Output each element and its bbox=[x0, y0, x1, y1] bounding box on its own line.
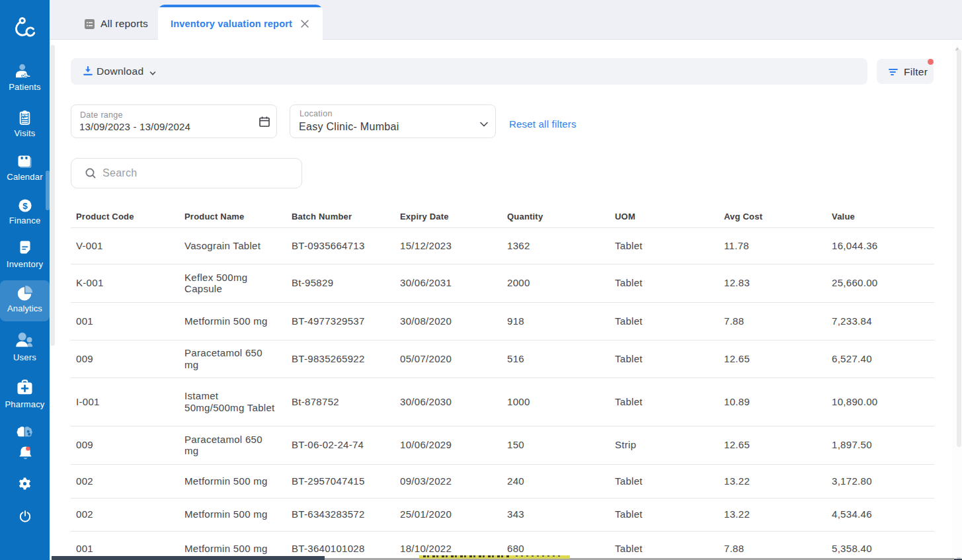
svg-text:$: $ bbox=[22, 201, 28, 211]
